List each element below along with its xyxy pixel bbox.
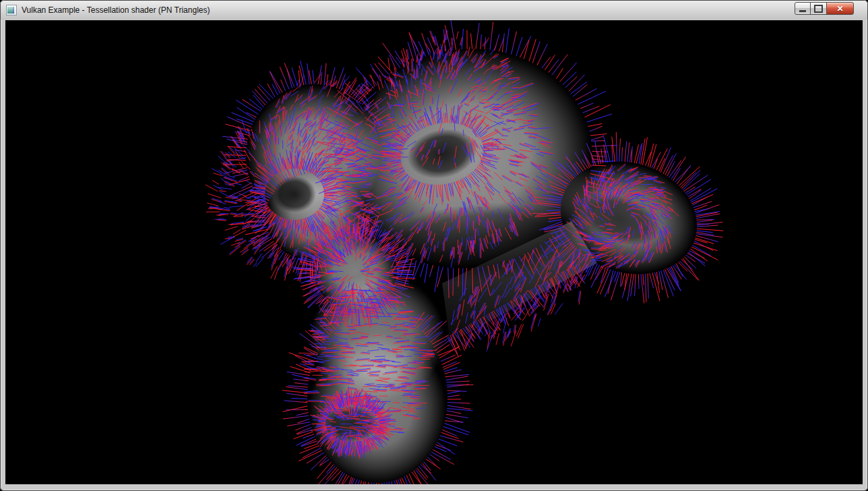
minimize-icon bbox=[799, 10, 806, 12]
window-controls: ✕ bbox=[795, 2, 854, 15]
close-icon: ✕ bbox=[836, 5, 843, 13]
window-title: Vulkan Example - Tessellation shader (PN… bbox=[22, 5, 210, 15]
maximize-icon bbox=[814, 5, 823, 13]
application-window: Vulkan Example - Tessellation shader (PN… bbox=[0, 0, 868, 491]
minimize-button[interactable] bbox=[795, 2, 811, 15]
application-icon-pane bbox=[13, 7, 14, 13]
application-icon-pane bbox=[7, 7, 13, 13]
render-canvas[interactable] bbox=[5, 20, 863, 484]
maximize-button[interactable] bbox=[810, 2, 827, 15]
application-icon[interactable] bbox=[6, 5, 17, 16]
close-button[interactable]: ✕ bbox=[826, 2, 854, 15]
titlebar[interactable]: Vulkan Example - Tessellation shader (PN… bbox=[1, 1, 867, 20]
render-viewport bbox=[5, 20, 863, 484]
